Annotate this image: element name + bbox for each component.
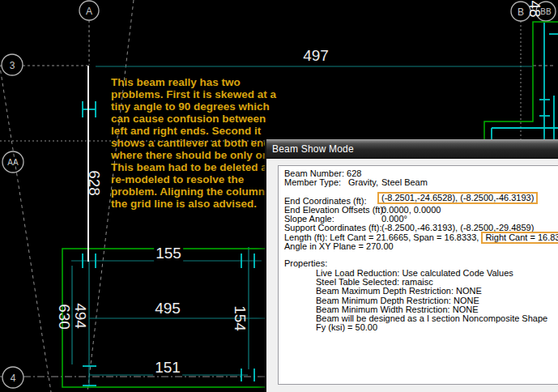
property-line: Fy (ksi) = 50.00 xyxy=(284,323,558,332)
annotation-line: where there should be only one. xyxy=(111,149,284,161)
annotation-line: shows a cantilever at both ends xyxy=(111,137,284,149)
angle-xy-label: Angle in XY Plane = 270.00 xyxy=(284,241,394,251)
annotation-text: This beam really has two problems. First… xyxy=(111,76,284,210)
dim-label-495: 495 xyxy=(153,300,182,317)
row-angle-xy: Angle in XY Plane = 270.00 xyxy=(284,242,558,251)
properties-header: Properties: xyxy=(284,258,327,268)
dim-label-628: 628 xyxy=(86,168,102,198)
property-line: Beam Maximum Depth Restriction: NONE xyxy=(284,287,558,296)
dim-label-497: 497 xyxy=(301,48,330,64)
annotation-line: tiny angle to 90 degrees which xyxy=(111,100,284,113)
annotation-line: the grid line is also advised. xyxy=(111,198,284,210)
dim-label-151: 151 xyxy=(153,360,182,376)
annotation-line: left and right ends. Second it xyxy=(111,125,284,137)
end-coordinates-value: (-8.2501,-24.6528), (-8.2500,-46.3193) xyxy=(381,193,534,202)
end-elevation-label: End Elevation Offsets (ft): xyxy=(284,205,385,215)
beam-number-label: Beam Number: xyxy=(284,168,344,178)
slope-angle-label: Slope Angle: xyxy=(284,214,334,224)
grid-bubble-AA: AA xyxy=(7,158,18,168)
member-type-steel-beam: Steel Beam xyxy=(381,178,428,187)
grid-bubble-B: B xyxy=(518,7,524,17)
dim-label-154: 154 xyxy=(232,304,248,333)
annotation-line: This beam really has two xyxy=(111,76,284,88)
grid-bubble-4: 4 xyxy=(11,373,16,383)
annotation-line: can cause confusion between xyxy=(111,113,284,125)
dialog-titlebar[interactable]: Beam Show Mode xyxy=(266,139,558,159)
member-type-gravity: Gravity, xyxy=(348,178,378,187)
annotation-line: This beam had to be deleted and xyxy=(111,161,284,173)
support-coordinates-label: Support Coordinates (ft): xyxy=(284,223,381,232)
dim-label-630: 630 xyxy=(56,302,72,331)
grid-bubble-A: A xyxy=(86,6,92,16)
dialog-title: Beam Show Mode xyxy=(272,143,354,155)
grid-bubble-BB: BB xyxy=(540,7,551,17)
dialog-content-panel: Beam Number: 628 Member Type: Gravity, S… xyxy=(278,165,558,385)
right-cant-value: Right Cant = 16.8333 xyxy=(485,232,558,242)
row-member-type: Member Type: Gravity, Steel Beam xyxy=(284,178,558,187)
annotation-line: problem. Aligning the columns to xyxy=(111,185,284,198)
grid-bubble-3: 3 xyxy=(10,61,15,70)
row-properties-header: Properties: xyxy=(284,259,558,268)
dim-label-494: 494 xyxy=(72,301,88,330)
member-type-label: Member Type: xyxy=(284,177,341,187)
end-coordinates-label: End Coordinates (ft): xyxy=(284,196,367,206)
beam-number-value: 628 xyxy=(347,168,361,178)
ram-model-window: 497 155 495 151 628 630 494 154 48 A 3 A… xyxy=(0,0,558,392)
dim-label-155: 155 xyxy=(154,245,183,262)
length-prefix: Length (ft): Left Cant = 21.6665, Span =… xyxy=(284,232,479,242)
annotation-line: problems. First it is skewed at a xyxy=(111,88,284,100)
annotation-line: re-modeled to resolve the xyxy=(111,173,284,185)
end-coordinates-highlight-box: (-8.2501,-24.6528), (-8.2500,-46.3193) xyxy=(377,192,538,204)
beam-show-mode-dialog: Beam Show Mode Beam Number: 628 Member T… xyxy=(265,139,558,392)
